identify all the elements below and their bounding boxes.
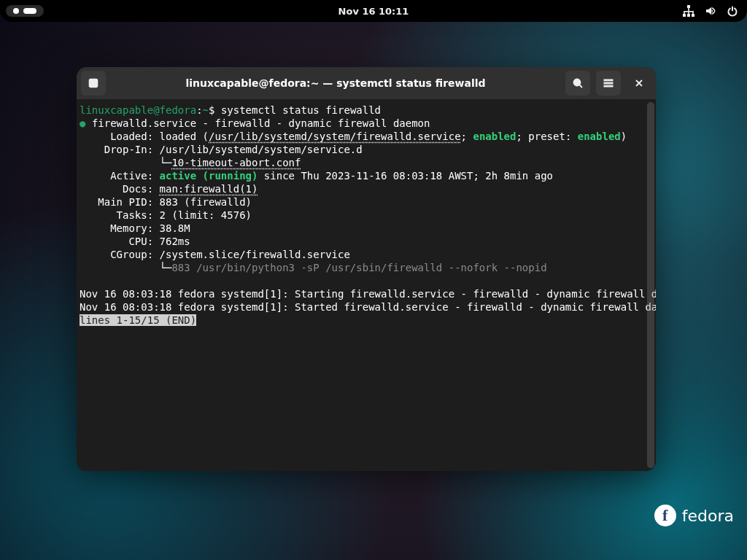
svg-rect-8 <box>692 11 694 14</box>
svg-rect-4 <box>688 8 689 11</box>
window-titlebar: linuxcapable@fedora:~ — systemctl status… <box>77 67 656 99</box>
terminal-scrollbar[interactable] <box>647 102 654 468</box>
gnome-top-bar: Nov 16 10:11 <box>0 0 747 22</box>
cgroup-process: 883 /usr/bin/python3 -sP /usr/sbin/firew… <box>171 262 546 273</box>
network-wired-icon <box>683 5 694 17</box>
workspace-bar-icon <box>23 8 36 14</box>
prompt-userhost: linuxcapable@fedora <box>80 104 196 116</box>
journal-line: Nov 16 08:03:18 fedora systemd[1]: Start… <box>80 288 656 300</box>
new-tab-button[interactable] <box>81 71 106 96</box>
svg-rect-16 <box>604 85 613 87</box>
dropin-dir: /usr/lib/systemd/system/service.d <box>160 144 363 155</box>
window-title: linuxcapable@fedora:~ — systemctl status… <box>112 77 560 89</box>
svg-rect-6 <box>684 11 685 14</box>
journal-line: Nov 16 08:03:18 fedora systemd[1]: Start… <box>80 301 656 313</box>
enabled-state: enabled <box>473 131 516 142</box>
svg-rect-1 <box>683 14 686 17</box>
unit-file-path: /usr/lib/systemd/system/firewalld.servic… <box>209 131 461 142</box>
tasks-line: Tasks: 2 (limit: 4576) <box>80 209 252 221</box>
preset-state: enabled <box>578 131 621 142</box>
clock[interactable]: Nov 16 10:11 <box>338 6 409 17</box>
svg-rect-14 <box>604 79 613 81</box>
close-button[interactable] <box>627 71 651 96</box>
terminal-viewport[interactable]: linuxcapable@fedora:~$ systemctl status … <box>77 99 656 471</box>
svg-rect-15 <box>604 82 613 84</box>
terminal-window: linuxcapable@fedora:~ — systemctl status… <box>77 67 656 471</box>
svg-rect-7 <box>688 11 689 14</box>
activities-pill[interactable] <box>6 5 44 17</box>
memory-line: Memory: 38.8M <box>80 222 190 234</box>
search-button[interactable] <box>565 71 590 96</box>
fedora-watermark: f fedora <box>654 505 734 526</box>
active-state: active (running) <box>160 170 258 182</box>
fedora-logo-icon: f <box>654 505 676 526</box>
dropin-conf-file: 10-timeout-abort.conf <box>171 157 301 168</box>
active-since: since Thu 2023-11-16 08:03:18 AWST; 2h 8… <box>258 170 553 182</box>
svg-line-13 <box>580 85 583 88</box>
svg-rect-2 <box>687 14 690 17</box>
pager-status: lines 1-15/15 (END) <box>80 314 196 326</box>
cgroup-path: /system.slice/firewalld.service <box>160 249 350 260</box>
docs-link: man:firewalld(1) <box>160 183 258 195</box>
svg-rect-3 <box>692 14 694 17</box>
hamburger-menu-button[interactable] <box>596 71 621 96</box>
cpu-line: CPU: 762ms <box>80 236 190 247</box>
entered-command: systemctl status firewalld <box>221 104 381 116</box>
main-pid-line: Main PID: 883 (firewalld) <box>80 196 252 208</box>
workspace-dot-icon <box>13 8 19 14</box>
power-icon <box>727 5 738 17</box>
system-tray[interactable] <box>683 5 738 17</box>
fedora-wordmark: fedora <box>682 507 734 525</box>
prompt-cwd: ~ <box>203 104 209 116</box>
svg-rect-0 <box>687 5 690 8</box>
svg-point-12 <box>574 79 581 86</box>
status-dot-icon: ● <box>80 117 85 129</box>
volume-icon <box>705 5 716 17</box>
service-description: firewalld.service - firewalld - dynamic … <box>92 117 430 129</box>
